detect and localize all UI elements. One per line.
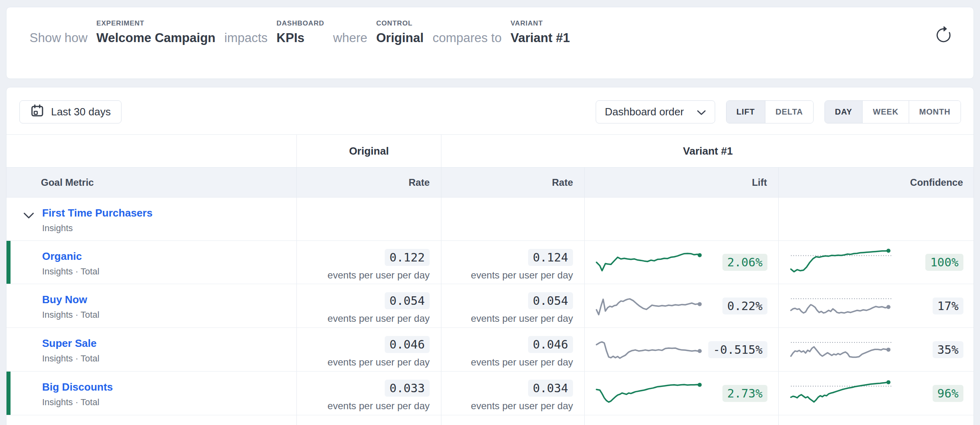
toggle-month[interactable]: MONTH [909,101,961,123]
column-goal-metric: Goal Metric [6,168,297,197]
variant-selector[interactable]: VARIANT Variant #1 [511,19,570,46]
original-rate-cell: 0.122 events per user per day [297,241,441,284]
metric-subtitle: Insights · Total [42,310,296,320]
variant-rate-cell: 0.046 events per user per day [441,328,585,371]
metric-name-cell: Organic Insights · Total [6,241,297,284]
experiment-sentence: Show how EXPERIMENT Welcome Campaign imp… [6,7,974,46]
confidence-cell: 35% [779,328,974,371]
sparkline-svg [790,378,899,409]
lift-value: 2.06% [722,254,767,271]
metric-link[interactable]: Super Sale [42,337,96,350]
chevron-down-icon[interactable] [23,212,34,219]
toggle-delta[interactable]: DELTA [765,101,813,123]
control-selector[interactable]: CONTROL Original [376,19,424,46]
column-confidence: Confidence [779,168,974,197]
rate-value: 0.046 [528,336,573,353]
confidence-value: 35% [933,341,963,358]
group-metric-link[interactable]: First Time Purchasers [42,207,153,219]
date-range-button[interactable]: Last 30 days [19,100,121,123]
sparkline-svg [790,334,899,366]
group-header-original: Original [297,135,441,167]
table-row: Organic Insights · Total 0.122 events pe… [6,241,974,284]
confidence-sparkline [790,247,899,278]
confidence-sparkline [790,378,899,409]
empty-cell [779,415,974,425]
table-group-header-row: Original Variant #1 [6,134,974,168]
chevron-down-icon [697,106,706,118]
calendar-icon [30,104,44,120]
rate-value: 0.046 [385,336,430,353]
lift-cell: 0.22% [585,284,779,327]
rate-value: 0.034 [528,380,573,397]
rate-unit: events per user per day [441,357,573,368]
original-rate-cell: 0.046 events per user per day [297,328,441,371]
group-subtitle: Insights [42,223,296,234]
group-header-variant: Variant #1 [441,135,974,167]
control-value[interactable]: Original [376,30,424,46]
table-row: Buy Now Insights · Total 0.054 events pe… [6,284,974,328]
experiment-summary-card: Show how EXPERIMENT Welcome Campaign imp… [6,7,974,79]
rate-unit: events per user per day [441,270,573,281]
metric-subtitle: Insights · Total [42,353,296,364]
confidence-value: 100% [925,254,963,271]
confidence-cell: 100% [779,241,974,284]
empty-cell [297,415,441,425]
dashboard-order-dropdown[interactable]: Dashboard order [596,100,715,123]
rate-value: 0.054 [385,292,430,309]
empty-cell [585,198,779,240]
experiment-value[interactable]: Welcome Campaign [96,30,215,46]
empty-cell [441,415,585,425]
lift-cell: -0.515% [585,328,779,371]
variant-rate-cell: 0.054 events per user per day [441,284,585,327]
column-lift: Lift [585,168,779,197]
metric-link[interactable]: Buy Now [42,293,87,306]
lift-cell: 2.06% [585,241,779,284]
confidence-sparkline [790,334,899,366]
toggle-lift[interactable]: LIFT [726,101,765,123]
column-original-rate: Rate [297,168,441,197]
confidence-cell: 17% [779,284,974,327]
lift-cell: 2.73% [585,372,779,415]
sparkline-svg [595,336,710,363]
sentence-word: impacts [224,30,268,46]
metric-link[interactable]: Big Discounts [42,381,113,393]
empty-cell [6,415,297,425]
original-rate-cell: 0.033 events per user per day [297,372,441,415]
variant-value[interactable]: Variant #1 [511,30,570,46]
sparkline-svg [595,249,710,276]
lift-sparkline [595,249,710,276]
toggle-day[interactable]: DAY [825,101,863,123]
control-label: CONTROL [376,19,424,28]
original-rate-cell: 0.054 events per user per day [297,284,441,327]
sentence-word: Show how [30,30,87,46]
refresh-button[interactable] [934,26,953,45]
granularity-toggle: DAY WEEK MONTH [824,100,961,123]
dashboard-value[interactable]: KPIs [277,30,324,46]
rate-value: 0.122 [385,249,430,266]
metric-name-cell: Big Discounts Insights · Total [6,372,297,415]
table-row: Super Sale Insights · Total 0.046 events… [6,328,974,372]
table-group-row: First Time Purchasers Insights [6,198,974,241]
rate-value: 0.124 [528,249,573,266]
toggle-week[interactable]: WEEK [863,101,909,123]
group-name-cell: First Time Purchasers Insights [6,198,297,240]
sparkline-svg [595,380,710,407]
lift-sparkline [595,293,710,319]
sparkline-svg [790,247,899,278]
lift-sparkline [595,336,710,363]
lift-sparkline [595,380,710,407]
confidence-value: 17% [933,297,963,314]
rate-unit: events per user per day [297,270,430,281]
metric-link[interactable]: Organic [42,250,82,263]
table-column-header-row: Goal Metric Rate Rate Lift Confidence [6,168,974,198]
metric-subtitle: Insights · Total [42,266,296,277]
lift-value: -0.515% [708,341,767,358]
dashboard-order-label: Dashboard order [605,106,684,118]
refresh-icon [934,40,953,46]
experiment-selector[interactable]: EXPERIMENT Welcome Campaign [96,19,215,46]
empty-cell [585,415,779,425]
variant-label: VARIANT [511,19,570,28]
metrics-dashboard-card: Last 30 days Dashboard order LIFT DELTA … [6,87,974,425]
significance-bar [6,372,11,415]
dashboard-selector[interactable]: DASHBOARD KPIs [277,19,324,46]
